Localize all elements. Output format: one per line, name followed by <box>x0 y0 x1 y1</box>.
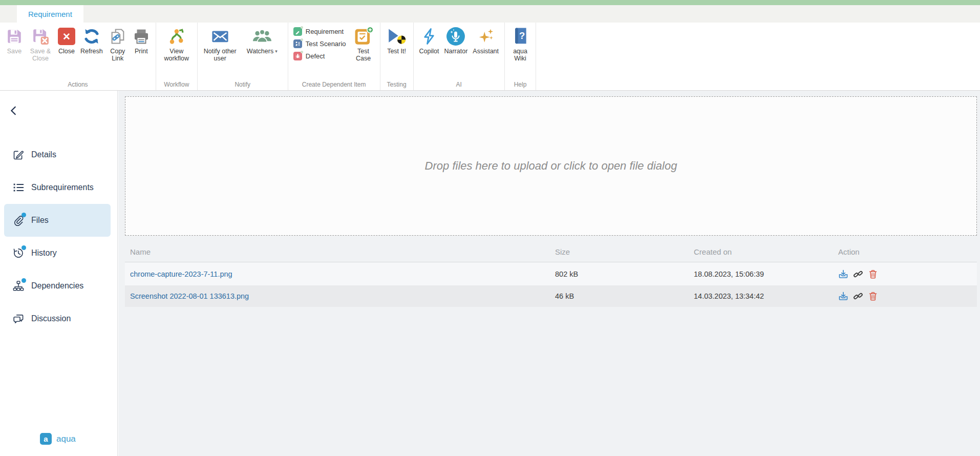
copilot-button[interactable]: Copilot <box>417 24 442 58</box>
chat-bubbles-icon <box>13 313 24 324</box>
file-name-link[interactable]: Screenshot 2022-08-01 133613.png <box>130 292 249 300</box>
watchers-label: Watchers <box>247 48 273 55</box>
column-header-action: Action <box>838 247 977 256</box>
create-defect-label: Defect <box>306 52 325 60</box>
narrator-microphone-icon <box>446 27 465 46</box>
sidebar-item-discussion[interactable]: Discussion <box>4 302 111 335</box>
print-label: Print <box>135 48 148 55</box>
assistant-sparkles-icon <box>477 27 495 46</box>
download-file-icon[interactable] <box>838 269 848 279</box>
close-icon: ✕ <box>58 27 75 46</box>
aqua-logo[interactable]: a aqua <box>40 433 76 445</box>
watchers-dropdown-caret-icon: ▾ <box>275 49 278 54</box>
copy-link-icon <box>109 27 126 46</box>
list-icon <box>13 182 24 193</box>
paperclip-icon <box>13 215 24 226</box>
create-requirement-button[interactable]: Requirement <box>293 27 346 36</box>
column-header-size: Size <box>555 247 694 256</box>
ribbon-group-ai: Copilot Narrator Assistant AI <box>414 23 505 90</box>
copilot-label: Copilot <box>419 48 439 55</box>
test-it-button[interactable]: Test It! <box>384 24 410 58</box>
group-label-ai: AI <box>414 81 504 88</box>
save-button[interactable]: Save <box>3 24 26 58</box>
file-created-on: 18.08.2023, 15:06:39 <box>694 270 838 278</box>
edit-pencil-icon <box>13 149 24 160</box>
files-badge-dot <box>22 213 26 217</box>
sidebar-item-dependencies[interactable]: Dependencies <box>4 270 111 302</box>
test-it-icon <box>386 27 408 46</box>
column-header-created-on: Created on <box>694 247 838 256</box>
test-case-icon <box>353 27 374 46</box>
requirement-badge-dot <box>301 26 303 29</box>
create-test-scenario-button[interactable]: Test Scenario <box>293 39 346 48</box>
create-test-case-button[interactable]: Test Case <box>350 24 377 66</box>
aqua-logo-label: aqua <box>56 434 76 444</box>
refresh-button[interactable]: Refresh <box>78 24 105 58</box>
watchers-button[interactable]: Watchers ▾ <box>240 24 285 58</box>
save-and-close-button[interactable]: Save & Close <box>26 24 55 66</box>
copy-link-button[interactable]: Copy Link <box>105 24 130 66</box>
sidebar-menu: Details Subrequirements Files History <box>4 138 111 335</box>
sidebar-item-dependencies-label: Dependencies <box>31 281 83 291</box>
history-clock-icon <box>13 247 24 259</box>
create-defect-button[interactable]: Defect <box>293 52 346 60</box>
assistant-button[interactable]: Assistant <box>470 24 501 58</box>
create-test-case-label: Test Case <box>353 48 374 63</box>
test-scenario-badge-dot <box>301 38 303 41</box>
refresh-icon <box>82 27 101 46</box>
workflow-icon <box>167 27 186 46</box>
aqua-wiki-button[interactable]: ? aqua Wiki <box>508 24 532 66</box>
narrator-button[interactable]: Narrator <box>441 24 470 58</box>
copy-file-link-icon[interactable] <box>853 269 863 279</box>
copy-link-label: Copy Link <box>108 48 127 63</box>
sidebar-item-details-label: Details <box>31 150 56 159</box>
print-button[interactable]: Print <box>130 24 153 58</box>
save-and-close-icon <box>31 27 50 46</box>
requirement-icon <box>293 27 302 36</box>
test-scenario-icon <box>293 39 302 48</box>
copy-file-link-icon[interactable] <box>853 291 863 301</box>
download-file-icon[interactable] <box>838 291 848 301</box>
ribbon-group-workflow: View workflow Workflow <box>156 23 198 90</box>
ribbon-tab-strip: Requirement <box>0 5 980 23</box>
svg-text:?: ? <box>519 30 525 41</box>
window-top-bar <box>0 0 980 5</box>
view-workflow-button[interactable]: View workflow <box>159 24 194 66</box>
collapse-sidebar-button[interactable] <box>6 103 22 118</box>
files-table: Name Size Created on Action chrome-captu… <box>125 242 977 307</box>
sidebar: Details Subrequirements Files History <box>0 91 118 456</box>
ribbon-group-help: ? aqua Wiki Help <box>505 23 536 90</box>
delete-file-icon[interactable] <box>868 269 878 279</box>
files-table-header: Name Size Created on Action <box>125 242 977 262</box>
ribbon-group-notify: Notify other user Watchers ▾ Notify <box>198 23 288 90</box>
notify-other-user-label: Notify other user <box>203 48 237 63</box>
sidebar-item-subrequirements-label: Subrequirements <box>31 183 94 192</box>
assistant-label: Assistant <box>473 48 499 55</box>
hierarchy-icon <box>13 280 24 292</box>
sidebar-item-discussion-label: Discussion <box>31 314 71 323</box>
notify-other-user-button[interactable]: Notify other user <box>201 24 240 66</box>
chevron-left-icon <box>8 105 19 117</box>
ribbon-group-actions: Save Save & Close ✕ Close Refresh <box>0 23 156 90</box>
defect-badge-dot <box>301 51 303 53</box>
save-and-close-label: Save & Close <box>28 48 53 63</box>
save-icon <box>6 27 23 46</box>
ribbon-group-create-dependent-item: Requirement Test Scenario Defect <box>288 23 380 90</box>
column-header-name: Name <box>125 247 555 256</box>
narrator-label: Narrator <box>444 48 467 55</box>
dropzone-hint-text: Drop files here to upload or click to op… <box>425 159 677 173</box>
file-dropzone[interactable]: Drop files here to upload or click to op… <box>125 96 977 236</box>
test-it-label: Test It! <box>387 48 406 55</box>
delete-file-icon[interactable] <box>868 291 878 301</box>
file-name-link[interactable]: chrome-capture-2023-7-11.png <box>130 270 232 278</box>
sidebar-item-history[interactable]: History <box>4 237 111 270</box>
close-button[interactable]: ✕ Close <box>55 24 78 58</box>
sidebar-item-details[interactable]: Details <box>4 138 111 171</box>
refresh-label: Refresh <box>80 48 103 55</box>
sidebar-item-files[interactable]: Files <box>4 204 111 237</box>
copilot-lightning-icon <box>420 27 438 46</box>
sidebar-item-subrequirements[interactable]: Subrequirements <box>4 171 111 204</box>
aqua-logo-icon: a <box>40 433 52 445</box>
defect-bug-icon <box>293 52 302 60</box>
tab-requirement[interactable]: Requirement <box>17 5 83 23</box>
